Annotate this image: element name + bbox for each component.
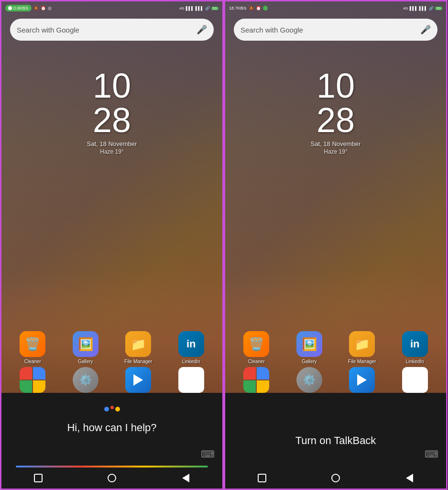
playstore-icon-right[interactable] <box>349 367 375 393</box>
nav-bar-left <box>1 468 222 489</box>
multi-app-icon-right[interactable] <box>243 367 269 393</box>
link-icon-right: 🔗 <box>429 6 434 11</box>
keyboard-icon-left[interactable]: ⌨ <box>201 448 215 460</box>
cleaner-label-right: Cleaner <box>248 359 265 364</box>
status-right: 4G ▌▌▌ ▌▌▌ 🔗 5G <box>179 6 219 11</box>
clock-weather-left: Haze 19° <box>1 148 222 155</box>
google-apps-right[interactable] <box>402 367 428 393</box>
link-icon: 🔗 <box>205 6 210 11</box>
search-placeholder-left: Search with Google <box>17 26 197 34</box>
play-triangle <box>133 374 143 386</box>
signal-bars2: ▌▌▌ <box>196 6 204 11</box>
alarm-icon: ⏰ <box>41 6 46 11</box>
gdot-yellow <box>115 407 120 412</box>
status-bar-right: 18.7KB/s 🔕 ⏰ 4G ▌▌▌ ▌▌▌ 🔗 5G <box>225 1 446 15</box>
clock-hour-left: 10 <box>1 68 222 103</box>
status-left: 0.6KB/s 🔕 ⏰ ◎ <box>5 5 52 11</box>
app-cleaner-right[interactable]: 🗑️ Cleaner <box>240 331 273 364</box>
phone-panel-left: 0.6KB/s 🔕 ⏰ ◎ 4G ▌▌▌ ▌▌▌ 🔗 5G Search wit… <box>0 0 224 490</box>
signal-bars: ▌▌▌ <box>186 6 194 11</box>
multi-q3-r <box>243 380 256 393</box>
5g-badge-right: 5G <box>435 7 442 10</box>
gdots-container <box>104 407 120 412</box>
gallery-label-right: Gallery <box>302 359 317 364</box>
clock-minute-left: 28 <box>1 103 222 137</box>
linkedin-label: LinkedIn <box>182 359 200 364</box>
cleaner-label: Cleaner <box>24 359 41 364</box>
nav-square-btn-left[interactable] <box>32 471 45 485</box>
network-speed: 0.6KB/s <box>13 6 29 11</box>
network-speed-right: 18.7KB/s <box>229 6 247 11</box>
active-indicator: 0.6KB/s <box>5 5 32 11</box>
nav-square-btn-right[interactable] <box>255 471 269 485</box>
nav-square-icon-left <box>34 474 43 482</box>
nav-home-btn-left[interactable] <box>105 471 119 485</box>
settings-icon-right[interactable]: ⚙️ <box>296 367 322 393</box>
5g-badge: 5G <box>211 7 219 10</box>
clock-date-right: Sat, 18 November <box>225 140 446 147</box>
clock-hour-right: 10 <box>225 68 446 103</box>
signal-bars2-right: ▌▌▌ <box>419 6 427 11</box>
app-grid-left: 🗑️ Cleaner 🖼️ Gallery 📁 File Manager in … <box>1 331 222 364</box>
mic-icon-right[interactable]: 🎤 <box>420 24 431 35</box>
nav-circle-icon-left <box>108 474 116 482</box>
linkedin-icon-right: in <box>402 331 428 357</box>
google-search-bar-right[interactable]: Search with Google 🎤 <box>234 19 437 41</box>
clock-weather-right: Haze 19° <box>225 148 446 155</box>
status-left-right: 18.7KB/s 🔕 ⏰ <box>229 6 268 11</box>
multi-q3 <box>20 380 32 393</box>
network-type: 4G <box>179 6 185 11</box>
clock-widget-left: 10 28 Sat, 18 November Haze 19° <box>1 68 222 155</box>
gps-icon: ◎ <box>48 6 52 11</box>
nav-bar-right <box>225 468 446 489</box>
mic-icon-left[interactable]: 🎤 <box>197 24 207 35</box>
linkedin-icon: in <box>178 331 204 357</box>
nav-back-btn-right[interactable] <box>403 471 416 485</box>
clock-date-left: Sat, 18 November <box>1 140 222 147</box>
dock-row-left: ⚙️ <box>1 367 222 393</box>
linkedin-label-right: LinkedIn <box>406 359 424 364</box>
multi-app-icon-left[interactable] <box>20 367 45 393</box>
dock-row-right: ⚙️ <box>225 367 446 393</box>
assistant-message: Hi, how can I help? <box>67 422 156 434</box>
assistant-listening-dots <box>103 401 120 418</box>
signal-bars-right: ▌▌▌ <box>410 6 418 11</box>
app-cleaner-left[interactable]: 🗑️ Cleaner <box>16 331 49 364</box>
cleaner-icon-right: 🗑️ <box>243 331 269 357</box>
app-linkedin-left[interactable]: in LinkedIn <box>175 331 208 364</box>
app-filemanager-right[interactable]: 📁 File Manager <box>345 331 379 364</box>
multi-q1-r <box>243 367 256 379</box>
app-gallery-left[interactable]: 🖼️ Gallery <box>69 331 102 364</box>
google-apps-left[interactable] <box>178 367 204 393</box>
app-linkedin-right[interactable]: in LinkedIn <box>398 331 432 364</box>
alarm-icon-right: ⏰ <box>256 6 261 11</box>
status-bar-left: 0.6KB/s 🔕 ⏰ ◎ 4G ▌▌▌ ▌▌▌ 🔗 5G <box>1 1 222 15</box>
status-right-right: 4G ▌▌▌ ▌▌▌ 🔗 5G <box>403 6 442 11</box>
nav-triangle-icon-right <box>406 474 413 482</box>
google-search-bar-left[interactable]: Search with Google 🎤 <box>10 19 214 41</box>
active-green-right <box>263 6 268 11</box>
talkback-message: Turn on TalkBack <box>295 434 376 447</box>
keyboard-icon-right[interactable]: ⌨ <box>425 448 438 460</box>
network-type-right: 4G <box>403 6 408 11</box>
gdot-red <box>110 406 114 409</box>
settings-icon-left[interactable]: ⚙️ <box>73 367 98 393</box>
filemanager-icon: 📁 <box>125 331 151 357</box>
app-gallery-right[interactable]: 🖼️ Gallery <box>293 331 326 364</box>
mute-icon: 🔕 <box>33 6 39 11</box>
gallery-icon-right: 🖼️ <box>296 331 322 357</box>
app-grid-right: 🗑️ Cleaner 🖼️ Gallery 📁 File Manager in … <box>225 331 446 364</box>
playstore-icon-left[interactable] <box>125 367 151 393</box>
play-triangle-r <box>357 374 367 386</box>
nav-back-btn-left[interactable] <box>179 471 192 485</box>
nav-square-icon-right <box>258 474 266 482</box>
nav-circle-icon-right <box>331 474 340 482</box>
nav-home-btn-right[interactable] <box>329 471 342 485</box>
app-filemanager-left[interactable]: 📁 File Manager <box>121 331 155 364</box>
filemanager-label-right: File Manager <box>348 359 376 364</box>
multi-q4 <box>33 380 45 393</box>
clock-minute-right: 28 <box>225 103 446 137</box>
nav-triangle-icon-left <box>182 474 189 482</box>
phone-panel-right: 18.7KB/s 🔕 ⏰ 4G ▌▌▌ ▌▌▌ 🔗 5G Search with… <box>224 0 448 490</box>
multi-q4-r <box>257 380 269 393</box>
